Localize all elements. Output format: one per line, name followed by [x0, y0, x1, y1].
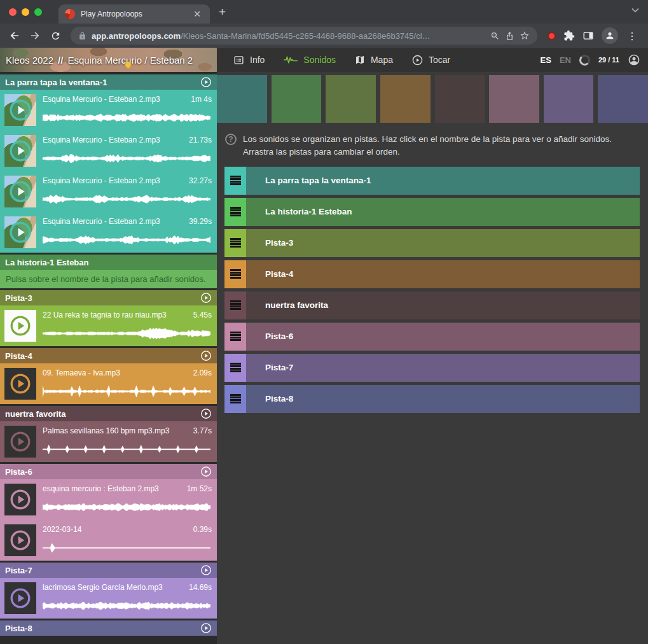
track-row-body[interactable]: La parra tapa la ventana-1 — [246, 167, 640, 195]
track-row-body[interactable]: Pista-7 — [246, 354, 640, 382]
clip-play-button[interactable] — [9, 529, 32, 552]
drag-handle[interactable] — [224, 260, 246, 288]
clip-thumbnail[interactable] — [4, 310, 36, 342]
drag-handle[interactable] — [224, 385, 246, 413]
clip[interactable]: Esquina Mercurio - Esteban 2.mp339.29s — [0, 212, 217, 253]
clip-thumbnail[interactable] — [4, 582, 36, 614]
clip-thumbnail[interactable] — [4, 135, 36, 167]
clip-play-button[interactable] — [9, 372, 32, 395]
window-close-button[interactable] — [9, 8, 17, 16]
clip[interactable]: Esquina Mercurio - Esteban 2.mp31m 4s — [0, 90, 217, 130]
clip-title: Esquina Mercurio - Esteban 2.mp3 — [43, 176, 184, 185]
back-button[interactable] — [6, 27, 24, 45]
clip-play-button[interactable] — [8, 179, 32, 204]
side-panel-icon[interactable] — [583, 30, 594, 41]
clip-thumbnail[interactable] — [4, 524, 36, 556]
clip[interactable]: 09. Temaeva - Iva.mp32.09s — [0, 363, 217, 404]
sidebar-track-header[interactable]: La historia-1 Esteban — [0, 255, 217, 270]
track-row[interactable]: Pista-3 — [224, 229, 640, 257]
clip-play-button[interactable] — [9, 488, 32, 511]
clip-thumbnail[interactable] — [4, 216, 36, 248]
profile-avatar[interactable] — [602, 27, 618, 44]
tab-close-icon[interactable]: ✕ — [191, 8, 203, 20]
clip-thumbnail[interactable] — [4, 426, 36, 458]
window-zoom-button[interactable] — [34, 8, 42, 16]
sidebar-track-header[interactable]: nuertra favorita — [0, 406, 217, 421]
sidebar-track-header[interactable]: Pista-6 — [0, 464, 217, 479]
clip-play-button[interactable] — [9, 314, 32, 337]
clip-thumbnail[interactable] — [4, 176, 36, 207]
track-row-body[interactable]: Pista-3 — [246, 229, 640, 257]
browser-menu-icon[interactable]: ⋮ — [626, 30, 638, 42]
account-icon[interactable] — [628, 53, 640, 66]
clip[interactable]: Esquina Mercurio - Esteban 2.mp332.27s — [0, 171, 217, 212]
nav-mapa[interactable]: Mapa — [355, 55, 393, 65]
clip-play-button[interactable] — [8, 220, 32, 244]
track-row-body[interactable]: Pista-4 — [246, 260, 640, 288]
track-play-button[interactable] — [200, 408, 212, 419]
clip[interactable]: Esquina Mercurio - Esteban 2.mp321.73s — [0, 130, 217, 171]
bookmark-star-icon[interactable] — [520, 31, 530, 41]
sidebar-track-header[interactable]: Pista-3 — [0, 290, 217, 305]
track-row[interactable]: Pista-4 — [224, 260, 640, 288]
drag-handle[interactable] — [224, 229, 246, 257]
track-play-button[interactable] — [200, 564, 212, 576]
track-row[interactable]: Pista-7 — [224, 354, 640, 382]
clip-thumbnail[interactable] — [4, 368, 36, 400]
sidebar-track-section: Pista-7lacrimosa Sergio García Merlo.mp3… — [0, 563, 217, 619]
track-row[interactable]: Pista-8 — [224, 385, 640, 413]
clip[interactable]: Palmas sevillanas 160 bpm mp3.mp33.77s — [0, 421, 217, 462]
browser-tab[interactable]: Play Antropoloops ✕ — [59, 4, 210, 24]
clip[interactable]: 2022-03-140.39s — [0, 520, 217, 561]
track-play-button[interactable] — [200, 76, 212, 88]
track-row[interactable]: La parra tapa la ventana-1 — [224, 167, 640, 195]
clip[interactable]: lacrimosa Sergio García Merlo.mp314.69s — [0, 578, 217, 619]
tab-search-chevron-icon[interactable] — [631, 8, 639, 13]
clip[interactable]: 22 Ua reka te tagnia to rau niau.mp35.45… — [0, 305, 217, 346]
sidebar-track-header[interactable]: Pista-8 — [0, 620, 217, 636]
extensions-puzzle-icon[interactable] — [563, 30, 575, 41]
forward-button[interactable] — [26, 27, 44, 45]
clip-play-button[interactable] — [8, 98, 32, 122]
window-minimize-button[interactable] — [22, 8, 29, 16]
track-row[interactable]: nuertra favorita — [224, 291, 640, 319]
track-play-button[interactable] — [200, 350, 212, 361]
drag-handle[interactable] — [224, 291, 246, 319]
track-play-button[interactable] — [200, 292, 212, 304]
track-color-swatch — [544, 75, 594, 123]
track-row-body[interactable]: nuertra favorita — [246, 291, 640, 319]
track-play-button[interactable] — [200, 622, 212, 634]
clip[interactable]: esquina mercurio : Esteban 2.mp31m 52s — [0, 479, 217, 520]
drag-handle[interactable] — [224, 323, 246, 351]
track-row[interactable]: La historia-1 Esteban — [224, 198, 640, 226]
sidebar-track-header[interactable]: Pista-4 — [0, 348, 217, 363]
clip-play-button[interactable] — [8, 139, 32, 163]
track-row-body[interactable]: Pista-8 — [246, 385, 640, 413]
track-play-button[interactable] — [200, 466, 212, 477]
clip-thumbnail[interactable] — [4, 484, 36, 515]
zoom-page-icon[interactable] — [490, 31, 500, 41]
nav-tocar[interactable]: Tocar — [412, 55, 450, 66]
nav-info[interactable]: Info — [233, 55, 265, 66]
share-icon[interactable] — [505, 31, 514, 41]
lock-icon — [78, 32, 86, 40]
drag-handle[interactable] — [224, 198, 246, 226]
track-row[interactable]: Pista-6 — [224, 323, 640, 351]
sidebar-track-header[interactable]: La parra tapa la ventana-1 — [0, 74, 217, 90]
clip-thumbnail[interactable] — [4, 94, 36, 126]
clip-play-button[interactable] — [9, 430, 32, 453]
address-bar[interactable]: app.antropoloops.com/Kleos-Santa-Marina/… — [71, 27, 537, 45]
track-row-body[interactable]: Pista-6 — [246, 323, 640, 351]
reload-button[interactable] — [46, 27, 64, 45]
recording-extension-icon[interactable] — [548, 32, 556, 40]
sidebar-track-header[interactable]: Pista-7 — [0, 563, 217, 578]
new-tab-button[interactable]: + — [219, 6, 226, 18]
lang-es[interactable]: ES — [541, 55, 551, 65]
sidebar-track-section: La historia-1 EstebanPulsa sobre el nomb… — [0, 255, 217, 288]
clip-play-button[interactable] — [9, 587, 32, 610]
track-row-body[interactable]: La historia-1 Esteban — [246, 198, 640, 226]
drag-handle[interactable] — [224, 167, 246, 195]
nav-sonidos[interactable]: Sonidos — [284, 55, 336, 65]
lang-en[interactable]: EN — [560, 55, 571, 65]
drag-handle[interactable] — [224, 354, 246, 382]
